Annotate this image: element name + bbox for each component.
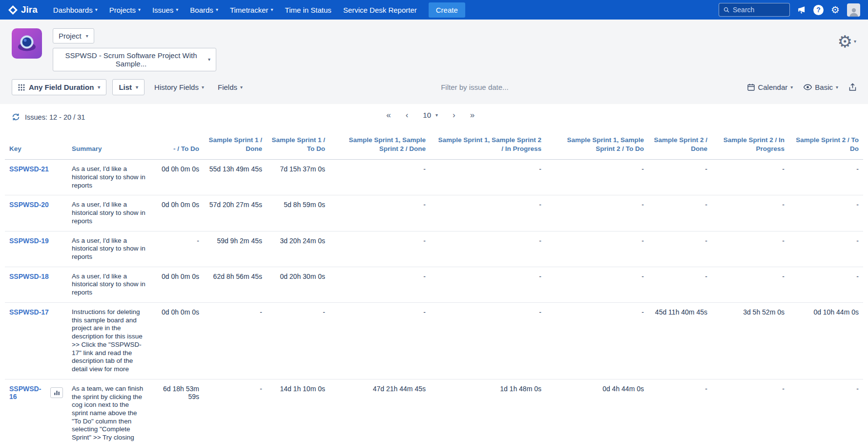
duration-cell: - xyxy=(204,379,267,442)
duration-cell: - xyxy=(330,231,430,267)
duration-cell: - xyxy=(546,160,648,195)
duration-cell: 0d 0h 0m 0s xyxy=(150,267,204,302)
duration-cell: - xyxy=(430,302,546,379)
view-select[interactable]: List ▾ xyxy=(112,79,145,95)
chart-button[interactable] xyxy=(50,387,63,398)
chevron-down-icon: ▾ xyxy=(854,39,856,44)
brand-name: Jira xyxy=(21,4,38,15)
issue-summary: As a team, we can finish the sprint by c… xyxy=(67,379,150,442)
duration-cell: 0d 20h 30m 0s xyxy=(267,267,330,302)
issues-table: KeySummary- / To DoSample Sprint 1 / Don… xyxy=(5,131,863,442)
issue-summary: As a user, I'd like a historical story t… xyxy=(67,195,150,231)
column-header[interactable]: Sample Sprint 1, Sample Sprint 2 / In Pr… xyxy=(430,131,546,160)
column-header[interactable]: Sample Sprint 1 / To Do xyxy=(267,131,330,160)
column-header[interactable]: Sample Sprint 2 / Done xyxy=(648,131,712,160)
toolbar-right: Calendar ▾ Basic ▾ xyxy=(747,83,856,91)
issue-date-filter-input[interactable] xyxy=(441,83,553,91)
table-row: SSPWSD-16As a team, we can finish the sp… xyxy=(5,379,863,442)
history-fields-select[interactable]: History Fields ▾ xyxy=(150,83,208,91)
fields-select[interactable]: Fields ▾ xyxy=(214,83,247,91)
duration-cell: 1d 1h 48m 0s xyxy=(430,379,546,442)
field-duration-select[interactable]: Any Field Duration ▾ xyxy=(12,79,106,95)
duration-cell: 6d 18h 53m 59s xyxy=(150,379,204,442)
chevron-down-icon: ▾ xyxy=(208,57,210,62)
chevron-down-icon: ▾ xyxy=(176,7,178,12)
key-cell: SSPWSD-17 xyxy=(5,302,67,379)
jira-logo[interactable]: Jira xyxy=(8,4,38,15)
column-header[interactable]: Sample Sprint 2 / To Do xyxy=(789,131,863,160)
duration-cell: - xyxy=(712,195,789,231)
column-header[interactable]: Sample Sprint 1 / Done xyxy=(204,131,267,160)
issues-count-label: Issues: 12 - 20 / 31 xyxy=(25,113,85,121)
column-header[interactable]: Key xyxy=(5,131,67,160)
nav-item-projects[interactable]: Projects▾ xyxy=(103,0,146,20)
issue-key-link[interactable]: SSPWSD-18 xyxy=(9,273,49,280)
nav-item-label: Time in Status xyxy=(285,6,331,14)
refresh-button[interactable] xyxy=(12,113,20,121)
duration-cell: - xyxy=(430,195,546,231)
duration-cell: - xyxy=(330,267,430,302)
field-duration-label: Any Field Duration xyxy=(29,83,94,91)
column-header[interactable]: Sample Sprint 2 / In Progress xyxy=(712,131,789,160)
duration-cell: 62d 8h 56m 45s xyxy=(204,267,267,302)
fields-label: Fields xyxy=(218,83,237,91)
table-row: SSPWSD-18As a user, I'd like a historica… xyxy=(5,267,863,302)
nav-item-label: Timetracker xyxy=(230,6,269,14)
duration-cell: - xyxy=(150,231,204,267)
column-header[interactable]: Sample Sprint 1, Sample Sprint 2 / To Do xyxy=(546,131,648,160)
issue-key-link[interactable]: SSPWSD-17 xyxy=(9,308,49,316)
duration-cell: - xyxy=(712,267,789,302)
duration-cell: - xyxy=(712,231,789,267)
calendar-select[interactable]: Calendar ▾ xyxy=(747,83,793,91)
next-page-icon[interactable]: › xyxy=(453,111,455,119)
gear-icon[interactable]: ⚙ xyxy=(831,5,840,15)
issue-key-link[interactable]: SSPWSD-21 xyxy=(9,165,49,173)
duration-cell: - xyxy=(546,267,648,302)
export-button[interactable] xyxy=(849,83,856,91)
page-size-select[interactable]: 10 ▾ xyxy=(423,111,438,119)
chevron-down-icon: ▾ xyxy=(271,7,273,12)
column-header[interactable]: Sample Sprint 1, Sample Sprint 2 / Done xyxy=(330,131,430,160)
column-header[interactable]: - / To Do xyxy=(150,131,204,160)
nav-item-dashboards[interactable]: Dashboards▾ xyxy=(47,0,103,20)
key-cell: SSPWSD-19 xyxy=(5,231,67,267)
chevron-down-icon: ▾ xyxy=(86,34,88,39)
help-icon[interactable]: ? xyxy=(813,5,824,15)
project-avatar[interactable] xyxy=(12,28,42,59)
display-mode-select[interactable]: Basic ▾ xyxy=(804,83,838,91)
issue-key-link[interactable]: SSPWSD-20 xyxy=(9,201,49,209)
nav-item-boards[interactable]: Boards▾ xyxy=(184,0,224,20)
create-button[interactable]: Create xyxy=(429,2,465,18)
chevron-down-icon: ▾ xyxy=(202,85,204,90)
nav-item-timetracker[interactable]: Timetracker▾ xyxy=(224,0,279,20)
chevron-down-icon: ▾ xyxy=(136,85,138,90)
announcement-icon[interactable] xyxy=(797,6,806,14)
scope-select[interactable]: Project ▾ xyxy=(53,28,94,43)
first-page-icon[interactable]: « xyxy=(386,111,391,119)
issue-key-link[interactable]: SSPWSD-19 xyxy=(9,237,49,245)
duration-cell: - xyxy=(712,379,789,442)
duration-cell: - xyxy=(712,160,789,195)
key-cell: SSPWSD-21 xyxy=(5,160,67,195)
key-cell: SSPWSD-18 xyxy=(5,267,67,302)
duration-cell: 0d 0h 0m 0s xyxy=(150,160,204,195)
project-header: Project ▾ SSPWSD - Scrum Software Projec… xyxy=(0,20,868,74)
nav-item-issues[interactable]: Issues▾ xyxy=(146,0,184,20)
column-header[interactable]: Summary xyxy=(67,131,150,160)
navbar-search[interactable] xyxy=(719,3,790,17)
duration-cell: - xyxy=(789,160,863,195)
grid-icon xyxy=(18,84,25,91)
user-avatar[interactable] xyxy=(847,3,860,17)
duration-cell: - xyxy=(648,160,712,195)
nav-item-time-in-status[interactable]: Time in Status xyxy=(279,0,337,20)
nav-item-label: Service Desk Reporter xyxy=(343,6,417,14)
duration-cell: 0d 10h 44m 0s xyxy=(789,302,863,379)
prev-page-icon[interactable]: ‹ xyxy=(406,111,409,119)
report-toolbar: Any Field Duration ▾ List ▾ History Fiel… xyxy=(0,74,868,104)
last-page-icon[interactable]: » xyxy=(470,111,475,119)
issue-key-link[interactable]: SSPWSD-16 xyxy=(9,385,45,400)
project-select[interactable]: SSPWSD - Scrum Software Project With Sam… xyxy=(53,48,216,71)
search-input[interactable] xyxy=(733,6,785,14)
nav-item-service-desk-reporter[interactable]: Service Desk Reporter xyxy=(337,0,423,20)
report-settings-button[interactable]: ⚙ ▾ xyxy=(837,33,856,50)
